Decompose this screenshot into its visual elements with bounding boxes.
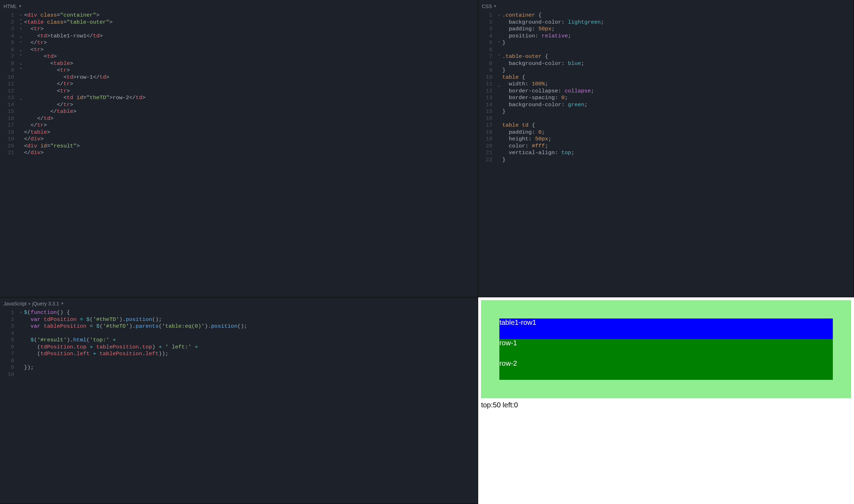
html-gutter: 123456789101112131415161718192021 <box>0 12 18 297</box>
css-fold-gutter: ▾ ▾ ▾ ▾ <box>496 12 502 297</box>
css-gutter: 12345678910111213141516171819202122 <box>478 12 496 297</box>
js-fold-gutter: ▾ <box>18 309 24 504</box>
js-code[interactable]: $(function() { var tdPosition = $('#theT… <box>24 309 478 504</box>
js-pane-title: JavaScript + jQuery 3.3.1 <box>4 301 59 306</box>
css-pane: CSS ▼ 1234567891011121314151617181920212… <box>478 0 854 297</box>
output-table-outer: table1-row1 row-1 row-2 <box>499 318 833 380</box>
table-row: row-1 <box>499 339 833 359</box>
output-container: table1-row1 row-1 row-2 <box>481 300 851 398</box>
html-fold-gutter: ▾▾▾▾ ▾▾ ▾▾ ▾▾ ▾ <box>18 12 24 297</box>
css-code[interactable]: .container { background-color: lightgree… <box>502 12 854 297</box>
app-grid: HTML ▼ 123456789101112131415161718192021… <box>0 0 854 504</box>
js-editor[interactable]: 12345678910 ▾ $(function() { var tdPosit… <box>0 308 478 504</box>
js-gutter: 12345678910 <box>0 309 18 504</box>
html-code[interactable]: <div class="container"><table class="tab… <box>24 12 478 297</box>
output-cell-0: table1-row1 <box>499 318 833 339</box>
html-pane-title: HTML <box>4 4 17 9</box>
output-cell-2: row-2 <box>499 359 833 380</box>
chevron-down-icon: ▼ <box>493 4 497 8</box>
js-pane-header[interactable]: JavaScript + jQuery 3.3.1 ▼ <box>0 297 478 308</box>
html-pane-header[interactable]: HTML ▼ <box>0 0 478 11</box>
output-table-inner: row-1 row-2 <box>499 339 833 380</box>
css-editor[interactable]: 12345678910111213141516171819202122 ▾ ▾ … <box>478 11 854 297</box>
table-row: row-2 <box>499 359 833 380</box>
chevron-down-icon: ▼ <box>18 4 22 8</box>
output-result: top:50 left:0 <box>481 401 851 409</box>
css-pane-header[interactable]: CSS ▼ <box>478 0 854 11</box>
table-row: table1-row1 <box>499 318 833 339</box>
html-pane: HTML ▼ 123456789101112131415161718192021… <box>0 0 478 297</box>
table-row: row-1 row-2 <box>499 339 833 380</box>
output-cell-1: row-1 <box>499 339 833 359</box>
output-inner-td: row-1 row-2 <box>499 339 833 380</box>
chevron-down-icon: ▼ <box>61 302 64 305</box>
js-pane: JavaScript + jQuery 3.3.1 ▼ 12345678910 … <box>0 297 478 504</box>
css-pane-title: CSS <box>482 4 492 9</box>
html-editor[interactable]: 123456789101112131415161718192021 ▾▾▾▾ ▾… <box>0 11 478 297</box>
output-pane: table1-row1 row-1 row-2 <box>478 297 854 504</box>
